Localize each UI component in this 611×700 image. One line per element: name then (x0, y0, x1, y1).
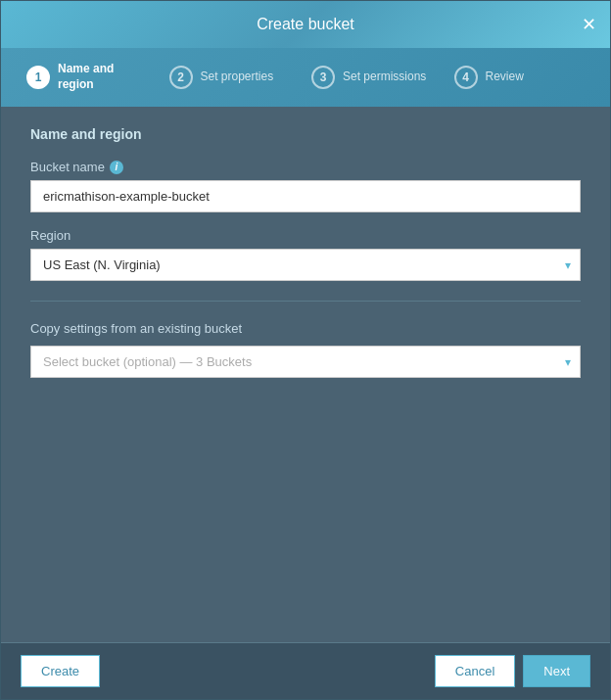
section-divider (30, 301, 581, 302)
step-3-circle: 3 (311, 66, 335, 89)
bucket-name-label: Bucket name (30, 160, 105, 174)
create-bucket-modal: Create bucket ✕ 1 Name andregion 2 Set p… (0, 0, 611, 700)
step-4-label: Review (486, 70, 524, 85)
modal-title: Create bucket (257, 16, 354, 33)
region-select[interactable]: US East (N. Virginia) US West (N. Califo… (30, 249, 581, 281)
close-button[interactable]: ✕ (582, 16, 596, 33)
section-title: Name and region (30, 126, 581, 142)
step-1-circle: 1 (26, 66, 50, 89)
step-3[interactable]: 3 Set permissions (306, 58, 448, 97)
step-1-label: Name andregion (58, 62, 114, 92)
bucket-name-input[interactable] (30, 180, 581, 212)
step-2-label: Set properties (201, 70, 274, 85)
copy-bucket-select[interactable]: Select bucket (optional) — 3 Buckets Buc… (30, 346, 581, 378)
step-2[interactable]: 2 Set properties (164, 58, 306, 97)
step-3-label: Set permissions (343, 70, 426, 85)
right-buttons: Cancel Next (435, 655, 590, 687)
step-4-circle: 4 (454, 66, 478, 89)
create-button[interactable]: Create (21, 655, 100, 687)
bucket-name-info-icon[interactable]: i (110, 161, 123, 174)
copy-bucket-select-wrapper: Select bucket (optional) — 3 Buckets Buc… (30, 346, 581, 378)
step-2-circle: 2 (169, 66, 193, 89)
step-1[interactable]: 1 Name andregion (21, 54, 164, 100)
modal-body: Name and region Bucket name i Region US … (1, 107, 610, 642)
region-label: Region (30, 228, 581, 243)
step-4[interactable]: 4 Review (448, 58, 591, 97)
region-select-wrapper: US East (N. Virginia) US West (N. Califo… (30, 249, 581, 281)
modal-footer: Create Cancel Next (1, 642, 610, 699)
steps-bar: 1 Name andregion 2 Set properties 3 Set … (1, 48, 610, 107)
modal-header: Create bucket ✕ (1, 1, 610, 48)
cancel-button[interactable]: Cancel (435, 655, 515, 687)
copy-settings-label: Copy settings from an existing bucket (30, 321, 581, 336)
bucket-name-label-row: Bucket name i (30, 160, 581, 174)
next-button[interactable]: Next (523, 655, 590, 687)
